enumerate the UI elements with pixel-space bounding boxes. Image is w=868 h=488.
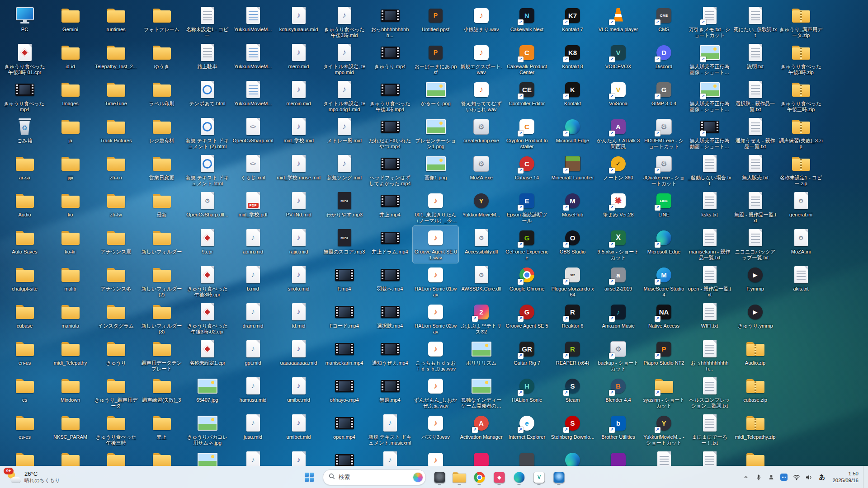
desktop-icon[interactable]: きゅうり.mp4 [367,41,413,78]
desktop-icon[interactable]: 65407.jpg [184,374,230,411]
desktop-icon[interactable]: ♻ごみ箱 [2,115,47,152]
blue-app-taskbar-button[interactable] [550,468,568,486]
desktop-icon[interactable]: ♪HALion Sonic 01.wav [413,263,458,300]
desktop-icon[interactable]: ⚙OpenCvSharp.dll... [184,189,230,226]
desktop-icon[interactable]: PC [2,4,47,41]
desktop-icon[interactable]: きゅうり食べった午後3時-01.cpr [2,41,47,78]
desktop-icon[interactable]: ♪ [367,448,413,466]
desktop-icon[interactable]: 羽荻へ.mp4 [367,263,413,300]
desktop-icon[interactable]: 2↗ぷよぷよ™テトリス®2 [458,300,504,337]
desktop-icon[interactable]: レジ袋有料 [139,115,184,152]
desktop-icon[interactable]: PDFmid_学校.pdf [230,189,276,226]
desktop-icon[interactable]: ♪ [413,448,458,466]
desktop-icon[interactable] [641,448,687,466]
edge-taskbar-button[interactable] [510,468,528,486]
desktop-icon[interactable]: 井上ドラム.mp4 [367,226,413,263]
desktop-icon[interactable]: ▶F.ymmp [732,263,778,300]
desktop-icon[interactable]: K7↗Kontakt 7 [550,4,595,41]
desktop-icon[interactable]: 路上駐車 [184,41,230,78]
desktop-icon[interactable]: ⚙MoZA.ini [778,226,824,263]
desktop-icon[interactable]: 調声用データテンプレート [139,337,184,374]
desktop-icon[interactable]: zh-cn [93,152,139,189]
desktop-icon[interactable]: ✓↗ノートン 360 [595,152,641,189]
desktop-icon[interactable]: YukkuriMovieM... [230,4,276,41]
desktop-icon[interactable]: ♪ずんだもん_しおかぜぶぁ.wav [413,374,458,411]
desktop-icon[interactable]: manisekarin.mp4 [321,337,367,374]
show-desktop-button[interactable] [863,466,865,488]
desktop-icon[interactable]: a↗airset2-2019 [595,263,641,300]
desktop-icon[interactable]: es-es [2,411,47,448]
desktop-icon[interactable]: 新しいフォルダー [139,226,184,263]
desktop-icon[interactable]: おっhhhhhhhhhhh... [687,337,732,374]
desktop-icon[interactable] [595,448,641,466]
desktop-icon[interactable]: 名称未設定1 - コピー.zip [778,152,824,189]
desktop-icon[interactable]: YYukkuriMovieM... [458,189,504,226]
desktop-icon[interactable]: PUntitled.ppsf [413,4,458,41]
desktop-icon[interactable]: ♪dram.mid [230,300,276,337]
desktop-icon[interactable]: ♪↗Amazon Music [595,300,641,337]
desktop-icon[interactable]: jijii [47,152,93,189]
desktop-icon[interactable]: YukkuriMovieM... [230,41,276,78]
desktop-icon[interactable]: ksks.txt [687,189,732,226]
person-icon[interactable] [765,470,777,484]
desktop-icon[interactable]: ar-sa [2,152,47,189]
desktop-icon[interactable]: ♪001_東北きりたん（ノーマル）_今じゃ... [413,189,458,226]
desktop-icon[interactable]: sfz↗Plogue sforzando x64 [550,263,595,300]
desktop-icon[interactable]: CMS↗CMS [641,4,687,41]
volume-icon[interactable] [803,470,815,484]
desktop-icon[interactable]: ♪新規 テキスト ドキュメント.musicxml [367,411,413,448]
desktop-icon[interactable]: open.mp4 [321,411,367,448]
desktop-icon[interactable]: S↗Steam [550,374,595,411]
desktop-icon[interactable]: 最新 [139,189,184,226]
pink-app-taskbar-button[interactable]: ◆ [490,468,508,486]
desktop-icon[interactable]: ♪PVTNd.mid [276,189,321,226]
desktop-icon[interactable]: おっhhhhhhhhhhh... [367,4,413,41]
desktop-icon[interactable]: ⚙↗HDDFMT.exe - ショートカット [641,115,687,152]
desktop-icon[interactable]: ↗万引きメモ.txt - ショートカット [687,4,732,41]
desktop-icon[interactable] [732,448,778,466]
desktop-icon[interactable]: ⚙AWSSDK.Core.dll [458,263,504,300]
voicevox-taskbar-button[interactable]: V [530,468,548,486]
desktop-icon[interactable] [139,448,184,466]
desktop-icon[interactable]: X↗9.5.xlsx - ショートカット [595,226,641,263]
desktop-icon[interactable]: ♪新規エクスポート.wav [458,41,504,78]
desktop-icon[interactable]: ラベル印刷 [139,78,184,115]
desktop-icon[interactable]: ♪きゅうり食べった午後3時.mid [321,4,367,41]
desktop-icon[interactable]: きゅうり食べった午後3時-02.cpr [184,300,230,337]
chrome-taskbar-button[interactable] [470,468,488,486]
desktop-icon[interactable]: 井上.mp4 [367,189,413,226]
desktop-icon[interactable]: 画像1.png [413,152,458,189]
desktop-icon[interactable] [458,448,504,466]
desktop-icon[interactable]: ♪b.mid [230,263,276,300]
desktop-icon[interactable]: ↗Minecraft Launcher [550,152,595,189]
desktop-icon[interactable]: ♪ [230,448,276,466]
desktop-icon[interactable]: 選択肢 - 親作品一覧.txt [732,78,778,115]
search-box[interactable]: 検索 [323,469,426,485]
chevron-up-icon[interactable] [740,470,752,484]
desktop-icon[interactable]: 筆↗筆まめ Ver.28 [595,189,641,226]
desktop-icon[interactable]: ⚙↗JQuake.exe - ショートカット [641,152,687,189]
desktop-icon[interactable]: ⚙general.ini [778,189,824,226]
desktop-icon[interactable]: ko [47,189,93,226]
desktop-icon[interactable]: きゅうり食べった午後3時.mp4 [367,78,413,115]
desktop-icon[interactable]: P↗Piapro Studio NT2 [641,337,687,374]
weather-widget[interactable]: 9+ 26°C 晴れのちくもり [2,466,66,488]
desktop-icon[interactable]: ヘッドフォンはずしてよかった.mp4 [367,152,413,189]
desktop-icon[interactable]: A↗かんたん！AITalk 3 関西風 [595,115,641,152]
desktop-icon[interactable] [47,448,93,466]
desktop-icon[interactable]: M↗MuseScore Studio 4 [641,263,687,300]
desktop-icon[interactable]: Track Pictures [93,115,139,152]
clock[interactable]: 1:50 2025/09/16 [829,470,862,484]
desktop-icon[interactable] [504,448,550,466]
desktop-icon[interactable]: 通知うぜぇ.mp4 [367,337,413,374]
desktop-icon[interactable]: es [2,374,47,411]
desktop-icon[interactable]: S↗Steinberg Downlo... [550,411,595,448]
desktop-icon[interactable]: <>くらじ.xml [230,152,276,189]
desktop-icon[interactable]: V↗VoiSona [595,78,641,115]
desktop-icon[interactable]: cubase.zip [732,374,778,411]
desktop-icon[interactable]: インスタグラム [93,300,139,337]
desktop-icon[interactable]: B↗Blender 4.4 [595,374,641,411]
desktop-icon[interactable]: ↗Google Chrome [504,263,550,300]
desktop-icon[interactable]: cubase [2,300,47,337]
desktop-icon[interactable] [184,448,230,466]
